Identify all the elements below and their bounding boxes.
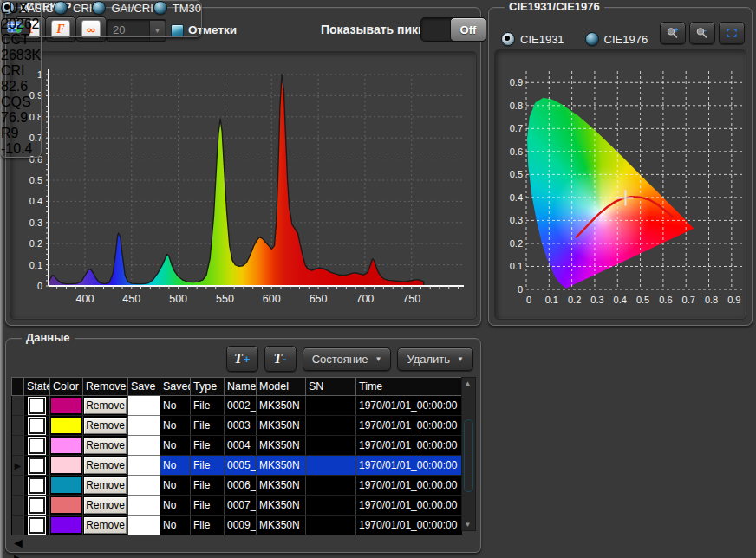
- radio-icon[interactable]: [92, 1, 106, 15]
- column-header-type[interactable]: Type: [191, 378, 225, 396]
- save-cell[interactable]: [128, 456, 160, 476]
- save-cell[interactable]: [128, 436, 160, 456]
- svg-text:0.8: 0.8: [510, 101, 523, 111]
- delete-menu-button[interactable]: Удалить▼: [397, 347, 473, 371]
- cell-saved: No: [160, 416, 191, 436]
- scroll-up-icon[interactable]: ▲: [462, 380, 473, 387]
- remove-button[interactable]: Remove: [84, 398, 127, 414]
- data-panel-title: Данные: [22, 331, 75, 344]
- color-swatch[interactable]: [51, 517, 81, 533]
- table-row[interactable]: ▶RemoveNoFile0005_MK350N1970/01/01_00:00…: [12, 456, 463, 476]
- toggle-off-knob[interactable]: Off: [450, 17, 486, 42]
- radio-label: CRI: [73, 2, 92, 15]
- column-header-save[interactable]: Save: [128, 378, 160, 396]
- column-header-color[interactable]: Color: [50, 378, 83, 396]
- color-swatch[interactable]: [51, 398, 81, 413]
- zoom-in-button[interactable]: +: [660, 22, 686, 44]
- state-checkbox[interactable]: [29, 497, 45, 514]
- svg-text:0.4: 0.4: [29, 196, 42, 206]
- table-row[interactable]: RemoveNoFile0004_MK350N1970/01/01_00:00:…: [12, 436, 463, 456]
- remove-column-button[interactable]: T-: [264, 346, 297, 372]
- cell-time: 1970/01/01_00:00:00: [356, 456, 463, 476]
- scroll-down-icon[interactable]: ▼: [462, 521, 473, 529]
- cell-name: 0005_: [225, 456, 257, 476]
- state-checkbox[interactable]: [29, 517, 45, 534]
- add-column-button[interactable]: T+: [226, 346, 258, 372]
- column-header-remove[interactable]: Remove: [83, 378, 128, 396]
- cie-radio-cie1931[interactable]: CIE1931: [501, 32, 564, 46]
- svg-text:0.3: 0.3: [590, 295, 603, 305]
- remove-button[interactable]: Remove: [84, 517, 127, 534]
- cell-name: 0002_: [225, 396, 257, 416]
- column-header-state[interactable]: State: [24, 378, 50, 396]
- scroll-left-icon[interactable]: ◄: [11, 535, 25, 550]
- save-cell[interactable]: [128, 476, 160, 496]
- state-checkbox[interactable]: [29, 418, 45, 434]
- state-checkbox[interactable]: [29, 398, 45, 414]
- cell-saved: No: [160, 436, 191, 456]
- radio-icon[interactable]: [501, 32, 515, 46]
- cie-radio-cie1976[interactable]: CIE1976: [585, 32, 648, 46]
- svg-text:0.5: 0.5: [510, 169, 523, 179]
- row-marker: [12, 416, 24, 436]
- radio-icon[interactable]: [54, 1, 68, 15]
- save-cell[interactable]: [128, 396, 160, 416]
- column-header-time[interactable]: Time: [356, 378, 463, 396]
- cell-saved: No: [160, 516, 191, 535]
- svg-text:400: 400: [76, 293, 94, 305]
- measure-tab-tm30[interactable]: TM30: [153, 1, 201, 15]
- svg-text:750: 750: [402, 293, 420, 305]
- radio-icon[interactable]: [585, 32, 599, 46]
- save-cell[interactable]: [128, 416, 160, 436]
- table-horizontal-scrollbar[interactable]: ◄ ►: [11, 535, 476, 558]
- cell-saved: No: [160, 456, 191, 476]
- remove-button[interactable]: Remove: [84, 497, 127, 514]
- remove-button[interactable]: Remove: [84, 418, 127, 434]
- measure-tab-gai-cri[interactable]: GAI/CRI: [92, 1, 153, 15]
- svg-text:0.1: 0.1: [545, 295, 558, 305]
- color-swatch[interactable]: [51, 418, 81, 433]
- column-header-saved[interactable]: Saved: [160, 378, 191, 396]
- cell-sn: [306, 416, 356, 436]
- column-header-name[interactable]: Name: [225, 378, 257, 396]
- state-menu-button[interactable]: Состояние▼: [303, 347, 392, 371]
- save-cell[interactable]: [128, 496, 160, 516]
- cell-model: MK350N: [257, 416, 306, 436]
- color-swatch[interactable]: [51, 438, 81, 453]
- color-swatch[interactable]: [51, 457, 81, 473]
- table-row[interactable]: RemoveNoFile0003_MK350N1970/01/01_00:00:…: [12, 416, 463, 436]
- column-header-model[interactable]: Model: [257, 378, 306, 396]
- state-checkbox[interactable]: [29, 438, 45, 454]
- cell-time: 1970/01/01_00:00:00: [356, 476, 463, 496]
- measure-tab-cri[interactable]: CRI: [54, 1, 92, 15]
- show-peaks-label: Показывать пики: [321, 23, 426, 36]
- column-header-sn[interactable]: SN: [306, 378, 356, 396]
- row-marker: [12, 516, 24, 535]
- radio-icon[interactable]: [153, 1, 167, 15]
- svg-text:-: -: [704, 25, 707, 35]
- table-vertical-scrollbar[interactable]: ▲ ▼: [461, 377, 476, 531]
- scroll-right-icon[interactable]: ►: [11, 551, 25, 558]
- remove-button[interactable]: Remove: [84, 477, 127, 494]
- state-checkbox[interactable]: [29, 457, 45, 474]
- svg-text:0.5: 0.5: [29, 175, 42, 185]
- table-row[interactable]: RemoveNoFile0006_MK350N1970/01/01_00:00:…: [12, 476, 463, 496]
- cell-saved: No: [160, 396, 191, 416]
- cell-type: File: [191, 516, 225, 535]
- color-swatch[interactable]: [51, 477, 81, 493]
- remove-button[interactable]: Remove: [84, 438, 127, 454]
- vertical-scroll-thumb[interactable]: [464, 419, 473, 492]
- cell-sn: [306, 496, 356, 516]
- table-row[interactable]: RemoveNoFile0009_MK350N1970/01/01_00:00:…: [12, 516, 463, 535]
- fit-view-button[interactable]: [719, 22, 745, 44]
- measure-values-panel: LUX20262CCT2683KCRI82.6CQS76.9R9-10.4: [0, 0, 42, 158]
- show-peaks-toggle[interactable]: Off: [420, 17, 486, 42]
- color-swatch[interactable]: [51, 497, 81, 513]
- table-row[interactable]: RemoveNoFile0007_MK350N1970/01/01_00:00:…: [12, 496, 463, 516]
- save-cell[interactable]: [128, 516, 160, 535]
- remove-button[interactable]: Remove: [84, 457, 127, 474]
- table-row[interactable]: RemoveNoFile0002_MK350N1970/01/01_00:00:…: [12, 396, 463, 416]
- state-checkbox[interactable]: [29, 477, 45, 494]
- zoom-out-button[interactable]: -: [689, 22, 715, 44]
- metric-row: CRI82.6: [1, 63, 41, 94]
